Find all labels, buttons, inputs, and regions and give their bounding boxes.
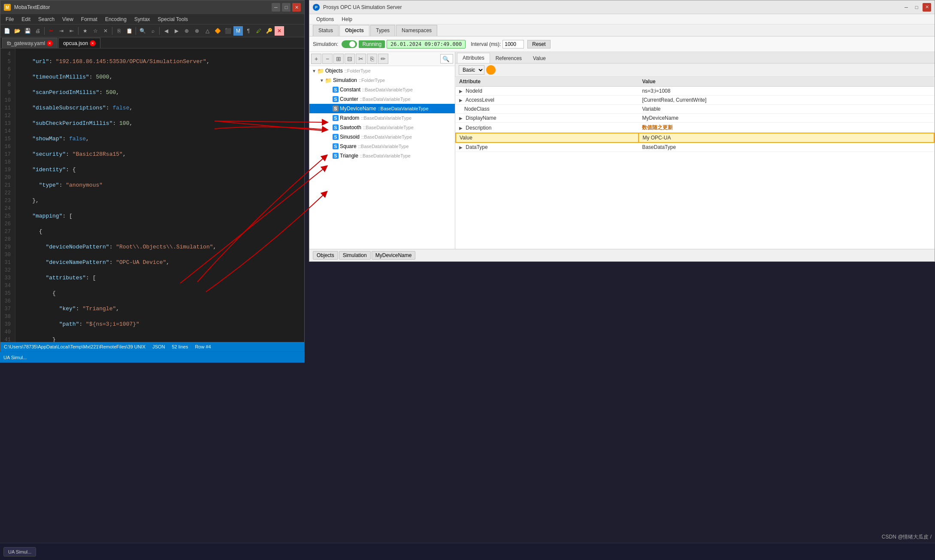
tb-icon3[interactable]: △ bbox=[203, 26, 212, 36]
editor-maximize-btn[interactable]: □ bbox=[282, 3, 290, 12]
tree-item-random[interactable]: S Random ::BaseDataVariableType bbox=[309, 113, 455, 123]
menu-syntax[interactable]: Syntax bbox=[131, 15, 154, 23]
interval-input[interactable] bbox=[502, 40, 524, 48]
tab-close-opcua-json[interactable]: ✕ bbox=[90, 40, 96, 46]
sim-toggle[interactable] bbox=[342, 40, 357, 48]
tree-item-sawtooth[interactable]: S Sawtooth ::BaseDataVariableType bbox=[309, 123, 455, 132]
opcua-body: + − ⊞ ⊟ ✂ ⎘ ✏ ▼ 📁 Objects ::FolderType bbox=[309, 52, 935, 249]
tree-item-counter[interactable]: S Counter ::BaseDataVariableType bbox=[309, 94, 455, 104]
tb-prev[interactable]: ◀ bbox=[161, 26, 171, 36]
tree-btn-6[interactable]: ⎘ bbox=[367, 54, 377, 64]
editor-tabs: tb_gateway.yaml ✕ opcua.json ✕ bbox=[0, 37, 304, 48]
tb-icon9[interactable]: 🔑 bbox=[264, 26, 274, 36]
displayname-expand[interactable]: ▶ bbox=[459, 116, 463, 121]
taskbar-item-ua[interactable]: UA Simul... bbox=[3, 547, 36, 557]
objects-label: Objects bbox=[325, 68, 343, 74]
status-path: C:\Users\78735\AppData\Local\Temp\Mxt221… bbox=[4, 344, 145, 349]
menu-format[interactable]: Format bbox=[78, 15, 101, 23]
tb-outdent[interactable]: ⇤ bbox=[67, 26, 76, 36]
tb-paste[interactable]: 📋 bbox=[124, 26, 134, 36]
menu-special-tools[interactable]: Special Tools bbox=[154, 15, 192, 23]
tree-add-btn[interactable]: + bbox=[311, 54, 321, 64]
menu-view[interactable]: View bbox=[59, 15, 77, 23]
tree-item-sinusoid[interactable]: S Sinusoid ::BaseDataVariableType bbox=[309, 132, 455, 142]
tb-icon2[interactable]: ⊗ bbox=[192, 26, 202, 36]
tb-close-all[interactable]: ✕ bbox=[275, 26, 284, 36]
tree-search-input[interactable] bbox=[440, 54, 453, 64]
code-area[interactable]: "url": "192.168.86.145:53530/OPCUA/Simul… bbox=[15, 48, 304, 342]
tb-marker[interactable]: ✕ bbox=[101, 26, 110, 36]
tree-item-triangle[interactable]: S Triangle ::BaseDataVariableType bbox=[309, 151, 455, 160]
menu-file[interactable]: File bbox=[2, 15, 17, 23]
tb-icon7[interactable]: ¶ bbox=[244, 26, 253, 36]
description-expand[interactable]: ▶ bbox=[459, 126, 463, 130]
tb-icon1[interactable]: ⊕ bbox=[182, 26, 191, 36]
reset-button[interactable]: Reset bbox=[527, 40, 550, 48]
attr-filter-orange-btn[interactable] bbox=[486, 65, 496, 75]
attr-tab-attributes[interactable]: Attributes bbox=[457, 53, 490, 63]
menu-encoding[interactable]: Encoding bbox=[102, 15, 130, 23]
attr-row-nodeid: ▶ NodeId ns=3;i=1008 bbox=[456, 87, 934, 96]
tb-search2[interactable]: ⌕ bbox=[148, 26, 157, 36]
attr-filter-select[interactable]: Basic All bbox=[459, 65, 484, 75]
breadcrumb-objects[interactable]: Objects bbox=[313, 251, 338, 260]
tb-star1[interactable]: ★ bbox=[80, 26, 90, 36]
tab-close-tb-gateway[interactable]: ✕ bbox=[47, 40, 53, 46]
tb-open[interactable]: 📂 bbox=[12, 26, 22, 36]
attr-tab-value[interactable]: Value bbox=[527, 53, 551, 63]
triangle-var-icon: S bbox=[333, 153, 339, 159]
tree-btn-5[interactable]: ✂ bbox=[356, 54, 366, 64]
editor-close-btn[interactable]: ✕ bbox=[292, 3, 301, 12]
tree-remove-btn[interactable]: − bbox=[322, 54, 333, 64]
datatype-expand[interactable]: ▶ bbox=[459, 145, 463, 150]
editor-title: MobaTextEditor bbox=[14, 4, 268, 10]
accesslevel-expand[interactable]: ▶ bbox=[459, 98, 463, 103]
tree-item-objects[interactable]: ▼ 📁 Objects ::FolderType bbox=[309, 66, 455, 76]
tree-item-mydevicename[interactable]: S MyDeviceName ::BaseDataVariableType bbox=[309, 104, 455, 113]
breadcrumb-mydevicename[interactable]: MyDeviceName bbox=[372, 251, 416, 260]
nodeid-expand[interactable]: ▶ bbox=[459, 89, 463, 94]
attr-description-value: 数值随之更新 bbox=[638, 123, 934, 133]
tab-opcua-json[interactable]: opcua.json ✕ bbox=[58, 38, 100, 48]
opcua-menu-help[interactable]: Help bbox=[338, 15, 356, 23]
attr-tab-references[interactable]: References bbox=[490, 53, 527, 63]
nav-tab-status[interactable]: Status bbox=[313, 25, 339, 36]
editor-minimize-btn[interactable]: ─ bbox=[272, 3, 280, 12]
tb-icon4[interactable]: 🔶 bbox=[213, 26, 222, 36]
attr-value-value[interactable]: My OPC-UA bbox=[638, 133, 934, 142]
tree-item-constant[interactable]: S Constant ::BaseDataVariableType bbox=[309, 85, 455, 94]
tb-print[interactable]: 🖨 bbox=[33, 26, 42, 36]
tb-icon8[interactable]: 🖊 bbox=[254, 26, 263, 36]
tb-new[interactable]: 📄 bbox=[2, 26, 12, 36]
tree-item-square[interactable]: S Square ::BaseDataVariableType bbox=[309, 142, 455, 151]
opcua-nav-tabs: Status Objects Types Namespaces bbox=[309, 24, 935, 36]
taskbar: UA Simul... bbox=[0, 543, 935, 560]
tb-indent[interactable]: ⇥ bbox=[57, 26, 66, 36]
counter-label: Counter bbox=[340, 96, 358, 102]
tb-cut[interactable]: ✂ bbox=[46, 26, 56, 36]
opcua-minimize-btn[interactable]: ─ bbox=[902, 3, 911, 12]
tree-btn-3[interactable]: ⊞ bbox=[333, 54, 344, 64]
tree-btn-7[interactable]: ✏ bbox=[378, 54, 388, 64]
tb-icon5[interactable]: ⬛ bbox=[223, 26, 233, 36]
tab-tb-gateway[interactable]: tb_gateway.yaml ✕ bbox=[2, 38, 57, 48]
tree-item-simulation[interactable]: ▼ 📁 Simulation ::FolderType bbox=[309, 76, 455, 85]
tb-next[interactable]: ▶ bbox=[172, 26, 181, 36]
breadcrumb-simulation[interactable]: Simulation bbox=[339, 251, 371, 260]
tree-btn-4[interactable]: ⊟ bbox=[345, 54, 355, 64]
menu-search[interactable]: Search bbox=[35, 15, 58, 23]
tb-icon6[interactable]: M bbox=[233, 26, 243, 36]
tb-save[interactable]: 💾 bbox=[23, 26, 32, 36]
nav-tab-namespaces[interactable]: Namespaces bbox=[396, 25, 437, 36]
nav-tab-types[interactable]: Types bbox=[370, 25, 395, 36]
menu-edit[interactable]: Edit bbox=[18, 15, 34, 23]
opcua-menu-options[interactable]: Options bbox=[313, 15, 337, 23]
opcua-maximize-btn[interactable]: □ bbox=[912, 3, 921, 12]
opcua-close-btn[interactable]: ✕ bbox=[923, 3, 931, 12]
simulation-type: ::FolderType bbox=[359, 78, 385, 83]
nav-tab-objects[interactable]: Objects bbox=[339, 25, 369, 36]
tb-find[interactable]: 🔍 bbox=[138, 26, 147, 36]
tb-star2[interactable]: ☆ bbox=[91, 26, 100, 36]
editor-app-icon: M bbox=[4, 4, 11, 11]
tb-copy[interactable]: ⎘ bbox=[114, 26, 124, 36]
